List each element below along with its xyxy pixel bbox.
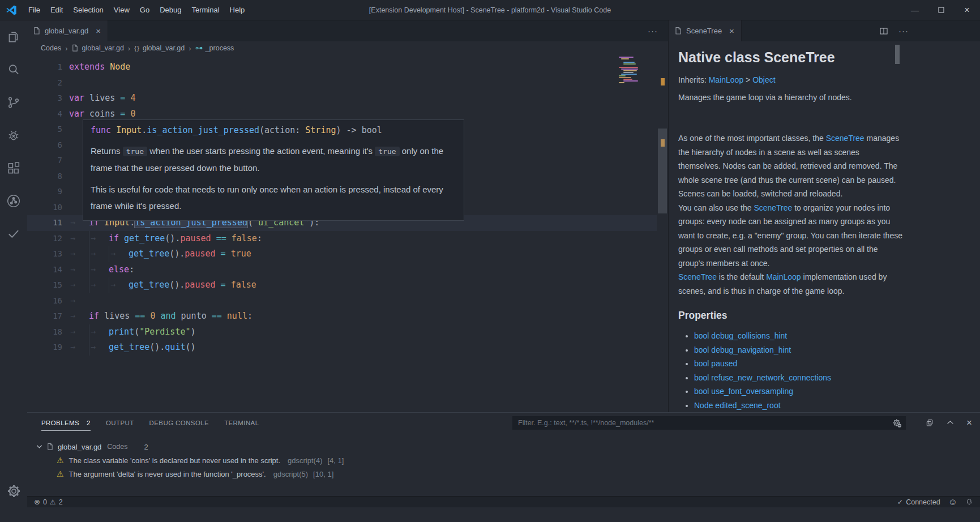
overview-ruler[interactable] <box>657 55 668 412</box>
panel-position-icon[interactable] <box>925 418 934 427</box>
property-link[interactable]: bool paused <box>694 359 737 368</box>
window-title: [Extension Development Host] - SceneTree… <box>369 6 611 14</box>
close-window-button[interactable]: × <box>954 0 980 20</box>
checklist-icon[interactable] <box>0 217 27 250</box>
menu-help[interactable]: Help <box>225 0 250 20</box>
feedback-smiley-icon[interactable]: ☺ <box>948 497 957 507</box>
panel-tab-terminal[interactable]: TERMINAL <box>224 420 259 426</box>
inherits-link[interactable]: Object <box>752 75 775 84</box>
close-panel-icon[interactable]: × <box>966 417 972 429</box>
warning-triangle-icon: ⚠ <box>57 469 64 478</box>
menu-view[interactable]: View <box>109 0 135 20</box>
property-item: bool paused <box>694 357 980 371</box>
inline-code-chip: true <box>123 147 147 156</box>
inline-code-chip: true <box>375 147 399 156</box>
problems-file-row[interactable]: global_var.gd Codes 2 <box>27 440 980 453</box>
property-item: bool refuse_new_network_connections <box>694 371 980 385</box>
class-link[interactable]: SceneTree <box>826 134 865 143</box>
panel-tab-problems[interactable]: PROBLEMS2 <box>41 420 91 426</box>
menu-file[interactable]: File <box>23 0 45 20</box>
property-link[interactable]: bool debug_collisions_hint <box>694 331 787 340</box>
editor-more-actions-icon[interactable]: ··· <box>648 26 658 36</box>
code-line[interactable]: 19→→get_tree().quit() <box>27 340 657 356</box>
code-line[interactable]: 15→→→get_tree().paused = false <box>27 277 657 293</box>
errors-warnings-status[interactable]: ⊗ 0 ⚠ 2 <box>34 498 63 506</box>
breadcrumb-separator: › <box>128 44 130 53</box>
maximize-panel-icon[interactable] <box>946 418 955 427</box>
property-link[interactable]: bool use_font_oversampling <box>694 387 793 396</box>
code-line[interactable]: 18→→print("Perdiste") <box>27 324 657 340</box>
class-link[interactable]: SceneTree <box>678 272 717 281</box>
tab-label: global_var.gd <box>45 27 88 35</box>
line-number: 18 <box>27 324 62 340</box>
menu-debug[interactable]: Debug <box>155 0 186 20</box>
breadcrumb-label: Codes <box>41 44 61 52</box>
code-line[interactable]: 13→→→get_tree().paused = true <box>27 246 657 262</box>
code-line[interactable]: 16→ <box>27 293 657 309</box>
explorer-icon[interactable] <box>0 20 27 53</box>
close-tab-icon[interactable]: × <box>95 26 102 36</box>
debug-icon[interactable] <box>0 119 27 152</box>
code-line[interactable]: 14→→else: <box>27 262 657 278</box>
problem-source: gdscript(5) <box>273 470 308 478</box>
close-tab-icon[interactable]: × <box>728 26 735 36</box>
connected-status[interactable]: ✓ Connected <box>897 498 940 506</box>
menu-edit[interactable]: Edit <box>45 0 68 20</box>
problem-message: The class variable 'coins' is declared b… <box>69 456 280 465</box>
problem-row[interactable]: ⚠The class variable 'coins' is declared … <box>27 453 980 467</box>
error-icon: ⊗ <box>34 498 40 506</box>
inherits-link[interactable]: MainLoop <box>709 75 744 84</box>
property-link[interactable]: bool debug_navigation_hint <box>694 345 791 354</box>
breadcrumb-item[interactable]: global_var.gd <box>71 44 123 52</box>
warning-triangle-icon: ⚠ <box>57 456 64 465</box>
breadcrumb-item[interactable]: _process <box>195 44 234 52</box>
property-link[interactable]: bool refuse_new_network_connections <box>694 373 831 382</box>
split-editor-icon[interactable] <box>879 27 888 36</box>
extensions-icon[interactable] <box>0 152 27 185</box>
code-line[interactable]: 3var lives = 4 <box>27 91 657 106</box>
breadcrumb-item[interactable]: Codes <box>41 44 61 52</box>
title-bar: FileEditSelectionViewGoDebugTerminalHelp… <box>0 0 980 20</box>
panel-tab-output[interactable]: OUTPUT <box>106 420 134 426</box>
line-number: 17 <box>27 309 62 324</box>
code-line[interactable]: 2 <box>27 75 657 91</box>
line-number: 11 <box>27 215 62 231</box>
minimap[interactable] <box>619 57 650 83</box>
source-control-icon[interactable] <box>0 86 27 119</box>
docs-scrollbar-thumb[interactable] <box>895 45 900 64</box>
minimize-button[interactable]: — <box>902 0 928 20</box>
maximize-button[interactable] <box>928 0 954 20</box>
scrollbar-thumb[interactable] <box>658 129 667 213</box>
code-line[interactable]: 1extends Node <box>27 59 657 75</box>
filter-settings-icon[interactable] <box>892 418 902 428</box>
class-link[interactable]: SceneTree <box>754 203 792 212</box>
manage-gear-icon[interactable] <box>0 474 27 507</box>
property-link[interactable]: Node edited_scene_root <box>694 401 781 410</box>
breadcrumb-label: global_var.gd <box>82 44 123 52</box>
search-icon[interactable] <box>0 53 27 86</box>
notifications-bell-icon[interactable] <box>965 498 973 506</box>
class-link[interactable]: MainLoop <box>766 272 801 281</box>
line-number: 15 <box>27 277 62 293</box>
docs-more-actions-icon[interactable]: ··· <box>898 26 909 36</box>
godot-tools-icon[interactable] <box>0 185 27 217</box>
code-text: → <box>62 293 89 309</box>
problems-filter-input[interactable] <box>512 416 906 430</box>
code-text <box>62 169 69 185</box>
panel-tab-debug-console[interactable]: DEBUG CONSOLE <box>149 420 209 426</box>
menu-terminal[interactable]: Terminal <box>186 0 224 20</box>
code-line[interactable]: 17→if lives == 0 and punto == null: <box>27 309 657 324</box>
problem-row[interactable]: ⚠The argument 'delta' is never used in t… <box>27 467 980 481</box>
tab-global-var-gd[interactable]: global_var.gd × <box>27 20 108 41</box>
menu-selection[interactable]: Selection <box>68 0 108 20</box>
breadcrumb-item[interactable]: {}global_var.gd <box>134 44 185 52</box>
chevron-down-icon[interactable] <box>36 444 42 449</box>
tab-scenetree[interactable]: SceneTree × <box>669 20 742 41</box>
breadcrumb-label: global_var.gd <box>143 44 185 52</box>
line-number: 8 <box>27 169 62 185</box>
symbol-method-icon <box>195 45 203 51</box>
code-line[interactable]: 12→→if get_tree().paused == false: <box>27 231 657 247</box>
code-editor-group: global_var.gd × ··· Codes›global_var.gd›… <box>27 20 669 412</box>
code-editor[interactable]: 1extends Node23var lives = 44var coins =… <box>27 55 668 412</box>
menu-go[interactable]: Go <box>135 0 155 20</box>
